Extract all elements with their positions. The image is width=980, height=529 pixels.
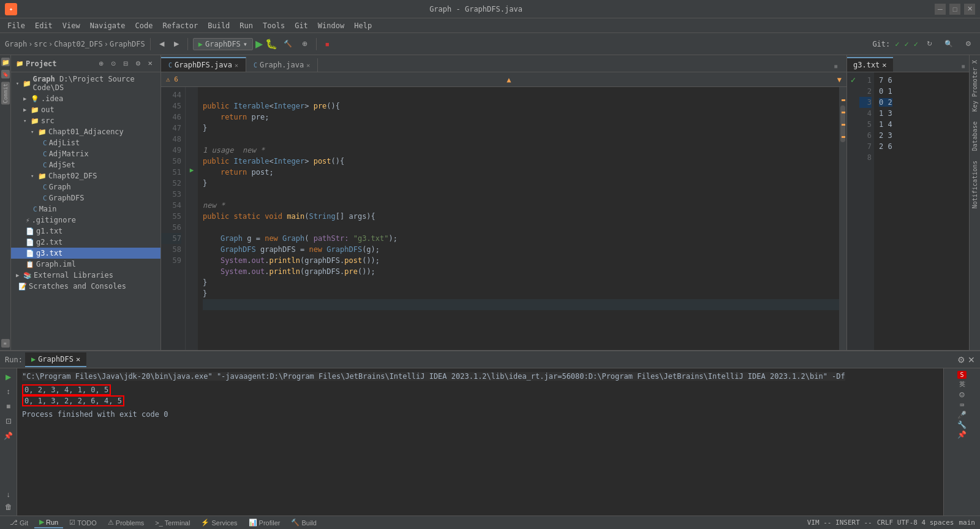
tree-g3txt[interactable]: 📄 g3.txt bbox=[11, 248, 160, 259]
scroll-end-button[interactable]: ↓ bbox=[2, 489, 15, 501]
debug-button[interactable]: 🐛 bbox=[265, 38, 277, 50]
tab-g3txt[interactable]: g3.txt ✕ bbox=[847, 57, 893, 72]
tree-adjset[interactable]: C AdjSet bbox=[11, 159, 160, 170]
add-button[interactable]: ⊕ bbox=[96, 58, 107, 69]
run-close-btn[interactable]: ✕ bbox=[968, 355, 975, 365]
tree-root-graph[interactable]: ▾ 📁 Graph D:\Project Source Code\DS bbox=[11, 74, 160, 93]
tree-adjmatrix[interactable]: C AdjMatrix bbox=[11, 148, 160, 159]
minimize-button[interactable]: ─ bbox=[935, 4, 946, 15]
menu-git[interactable]: Git bbox=[290, 20, 313, 31]
database-label[interactable]: Database bbox=[970, 116, 979, 156]
breadcrumb-graph[interactable]: Graph bbox=[5, 40, 27, 48]
rerun-failed-button[interactable]: ↕ bbox=[2, 386, 15, 398]
menu-view[interactable]: View bbox=[58, 20, 85, 31]
pin-button2[interactable]: 📌 bbox=[957, 430, 967, 439]
breadcrumb-chapt[interactable]: Chapt02_DFS bbox=[54, 40, 102, 48]
collapse-button[interactable]: ⊟ bbox=[120, 58, 131, 69]
tab-graphdfs[interactable]: C GraphDFS.java ✕ bbox=[161, 57, 246, 72]
g3txt-code[interactable]: 7 6 0 1 0 2 1 3 1 4 2 3 2 6 bbox=[874, 72, 969, 350]
menu-code[interactable]: Code bbox=[130, 20, 158, 31]
build-button[interactable]: 🔨 bbox=[280, 38, 296, 50]
tools-button[interactable]: 🔧 bbox=[957, 421, 967, 429]
bottom-profiler-tab[interactable]: 📊 Profiler bbox=[244, 517, 285, 528]
menu-run[interactable]: Run bbox=[235, 20, 258, 31]
tree-src[interactable]: ▾ 📁 src bbox=[11, 115, 160, 126]
tree-main[interactable]: C Main bbox=[11, 204, 160, 215]
notifications-label[interactable]: Notifications bbox=[970, 156, 979, 213]
menu-help[interactable]: Help bbox=[349, 20, 377, 31]
forward-button[interactable]: ▶ bbox=[170, 38, 183, 50]
editor-scrollbar[interactable] bbox=[839, 87, 846, 350]
tree-external-libs[interactable]: ▶ 📚 External Libraries bbox=[11, 270, 160, 281]
keyboard-button[interactable]: ⌨ bbox=[960, 401, 964, 409]
menu-navigate[interactable]: Navigate bbox=[85, 20, 130, 31]
tree-graphdfs-java[interactable]: C GraphDFS bbox=[11, 192, 160, 204]
hide-button[interactable]: ✕ bbox=[145, 58, 156, 69]
menu-tools[interactable]: Tools bbox=[258, 20, 290, 31]
stop-run-button[interactable]: ■ bbox=[2, 400, 15, 413]
warning-down[interactable]: ▼ bbox=[837, 75, 842, 84]
breadcrumb-class[interactable]: GraphDFS bbox=[110, 40, 145, 48]
code-content[interactable]: public Iterable<Integer> pre(){ return p… bbox=[198, 87, 846, 350]
input-method-s[interactable]: S bbox=[957, 371, 966, 379]
bottom-problems-tab[interactable]: ⚠ Problems bbox=[103, 517, 149, 528]
maximize-button[interactable]: □ bbox=[949, 4, 960, 15]
bookmark-icon[interactable]: 🔖 bbox=[1, 70, 10, 78]
bottom-services-tab[interactable]: ⚡ Services bbox=[196, 517, 242, 528]
bottom-run-tab[interactable]: ▶ Run bbox=[34, 517, 63, 528]
warning-up[interactable]: ▲ bbox=[507, 75, 511, 84]
bottom-terminal-tab[interactable]: >_ Terminal bbox=[150, 518, 195, 528]
settings-button[interactable]: ⚙ bbox=[962, 38, 975, 50]
tree-gitignore[interactable]: ⚡ .gitignore bbox=[11, 215, 160, 226]
bottom-build-tab[interactable]: 🔨 Build bbox=[286, 517, 321, 528]
mic-button[interactable]: 🎤 bbox=[957, 411, 967, 419]
gear-button[interactable]: ⚙ bbox=[132, 58, 143, 69]
project-icon[interactable]: 📁 bbox=[1, 58, 10, 66]
menu-file[interactable]: File bbox=[2, 20, 30, 31]
tree-adjlist[interactable]: C AdjList bbox=[11, 137, 160, 148]
bottom-todo-tab[interactable]: ☑ TODO bbox=[64, 517, 102, 528]
run-tab-close[interactable]: ✕ bbox=[76, 355, 80, 363]
tree-graphiml[interactable]: 📋 Graph.iml bbox=[11, 259, 160, 270]
stop-button[interactable]: ■ bbox=[322, 39, 333, 50]
rerun-button[interactable]: ▶ bbox=[2, 371, 15, 383]
tree-scratches[interactable]: 📝 Scratches and Consoles bbox=[11, 281, 160, 292]
menu-refactor[interactable]: Refactor bbox=[157, 20, 203, 31]
pin-tab-button[interactable]: 📌 bbox=[2, 430, 15, 442]
tree-chapt01[interactable]: ▾ 📁 Chapt01_Adjacency bbox=[11, 126, 160, 137]
commit-icon[interactable]: Commit bbox=[1, 82, 10, 105]
clear-button[interactable]: 🗑 bbox=[2, 501, 15, 513]
more-run-button[interactable]: ⊕ bbox=[298, 38, 311, 50]
tab-graph[interactable]: C Graph.java ✕ bbox=[246, 58, 318, 72]
run-config-dropdown[interactable]: ▶ GraphDFS ▾ bbox=[193, 38, 253, 50]
run-settings-btn[interactable]: ⚙ bbox=[957, 355, 965, 365]
search-button[interactable]: 🔍 bbox=[941, 38, 957, 50]
run-gutter-51[interactable]: ▶ bbox=[190, 164, 194, 175]
tab-g3txt-close[interactable]: ✕ bbox=[882, 61, 886, 69]
run-tab-graphdfs[interactable]: ▶ GraphDFS ✕ bbox=[25, 352, 86, 367]
tree-graph-java[interactable]: C Graph bbox=[11, 181, 160, 192]
git-more[interactable]: ↻ bbox=[923, 38, 936, 50]
tree-g2txt[interactable]: 📄 g2.txt bbox=[11, 237, 160, 248]
g3txt-more[interactable]: ≡ bbox=[958, 61, 969, 72]
menu-edit[interactable]: Edit bbox=[30, 20, 58, 31]
locate-button[interactable]: ⊙ bbox=[108, 58, 119, 69]
restore-layout-button[interactable]: ⊡ bbox=[2, 415, 15, 427]
close-button[interactable]: ✕ bbox=[964, 4, 975, 15]
tab-graph-close[interactable]: ✕ bbox=[306, 62, 310, 69]
more-tools-icon[interactable]: ≡ bbox=[1, 339, 10, 348]
tree-g1txt[interactable]: 📄 g1.txt bbox=[11, 226, 160, 237]
bottom-git-tab[interactable]: ⎇ Git bbox=[5, 517, 33, 528]
tree-idea[interactable]: ▶ 💡 .idea bbox=[11, 93, 160, 104]
tab-graphdfs-close[interactable]: ✕ bbox=[235, 62, 238, 69]
menu-window[interactable]: Window bbox=[313, 20, 349, 31]
breadcrumb-src[interactable]: src bbox=[34, 40, 47, 48]
key-promoter-label[interactable]: Key Promoter X bbox=[970, 55, 979, 116]
emoji-button[interactable]: ☺ bbox=[959, 390, 964, 400]
tree-out[interactable]: ▶ 📁 out bbox=[11, 104, 160, 115]
run-button[interactable]: ▶ bbox=[255, 38, 263, 50]
editor-more-button[interactable]: ≡ bbox=[831, 61, 842, 72]
menu-build[interactable]: Build bbox=[203, 20, 235, 31]
back-button[interactable]: ◀ bbox=[156, 38, 168, 50]
tree-chapt02[interactable]: ▾ 📁 Chapt02_DFS bbox=[11, 170, 160, 181]
